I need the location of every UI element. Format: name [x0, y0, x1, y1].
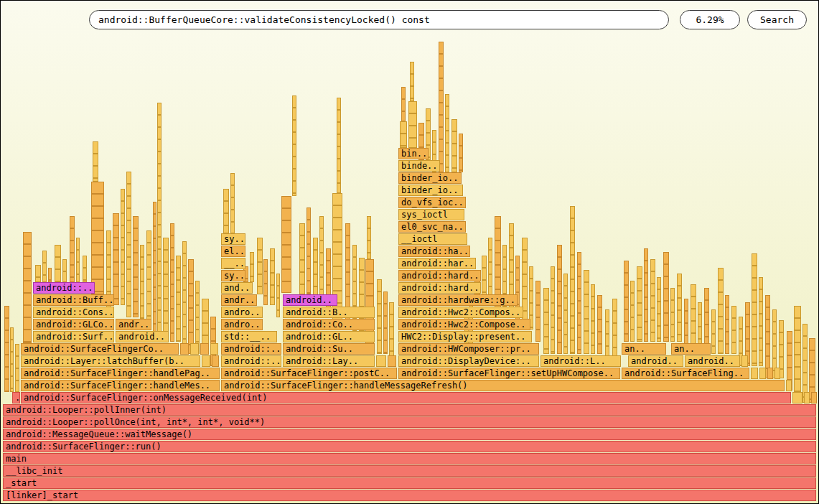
flame-spike[interactable] — [400, 121, 407, 148]
flame-spike[interactable] — [163, 238, 169, 342]
flame-frame-unlabeled[interactable] — [180, 343, 189, 355]
flame-spike[interactable] — [650, 259, 655, 342]
flame-spike[interactable] — [35, 265, 41, 282]
flame-spike[interactable] — [146, 230, 151, 330]
flame-spike[interactable] — [62, 259, 67, 282]
flame-frame[interactable]: android::Looper::pollInner(int) — [3, 404, 816, 416]
flame-frame[interactable]: sys_ioctl — [398, 209, 464, 220]
flame-frame-unlabeled[interactable] — [202, 355, 210, 367]
flame-spike[interactable] — [319, 216, 324, 305]
flame-spike[interactable] — [182, 241, 187, 354]
flame-spike[interactable] — [410, 62, 414, 101]
flame-frame[interactable]: an.. — [671, 343, 711, 355]
flame-spike[interactable] — [170, 223, 174, 342]
flame-spike[interactable] — [306, 207, 311, 294]
flame-spike[interactable] — [153, 202, 156, 342]
flame-frame[interactable]: android::ha.. — [398, 246, 470, 257]
flame-frame-unlabeled[interactable] — [804, 392, 810, 403]
flame-spike[interactable] — [451, 119, 457, 172]
flame-spike[interactable] — [551, 266, 555, 354]
flame-frame[interactable]: android::SurfaceFlinger::handlePag.. — [21, 368, 220, 379]
flame-frame-unlabeled[interactable] — [388, 355, 396, 367]
flame-frame[interactable]: android::GL.. — [283, 331, 375, 342]
flame-frame-unlabeled[interactable] — [212, 355, 219, 367]
flame-frame[interactable]: android::Hwc2::Compose.. — [398, 319, 530, 330]
flame-spike[interactable] — [731, 306, 736, 354]
flame-frame[interactable]: an.. — [622, 343, 666, 355]
flame-frame[interactable]: android::Looper::pollOnce(int, int*, int… — [3, 416, 816, 428]
flame-spike[interactable] — [718, 268, 724, 354]
flame-spike[interactable] — [765, 295, 770, 378]
flame-frame[interactable]: sy.. — [221, 270, 245, 281]
flame-frame[interactable]: android::L.. — [540, 355, 621, 367]
flame-frame[interactable]: android::SurfaceFlinger::handleMes.. — [21, 380, 220, 391]
flame-frame[interactable]: android::SurfaceFlinger::onMessageReceiv… — [21, 392, 791, 403]
flame-frame[interactable]: android::SurfaceFlinger::setUpHWCompose.… — [398, 368, 620, 379]
flame-spike[interactable] — [535, 281, 540, 342]
flame-frame-unlabeled[interactable] — [751, 368, 758, 379]
flame-frame[interactable]: binder_io.. — [398, 185, 463, 196]
flame-frame-unlabeled[interactable] — [774, 368, 780, 379]
flame-frame[interactable]: andr.. — [221, 294, 257, 306]
flame-spike[interactable] — [10, 327, 14, 392]
flame-spike[interactable] — [367, 216, 371, 259]
flame-spike[interactable] — [55, 245, 61, 282]
flame-frame[interactable]: [linker]_start — [3, 490, 816, 501]
flame-frame[interactable]: android::Surf.. — [33, 331, 114, 342]
flame-frame[interactable]: android.. — [685, 355, 740, 367]
flame-frame[interactable]: android::HWComposer::pr.. — [398, 343, 539, 355]
flame-spike[interactable] — [657, 277, 661, 342]
flame-spike[interactable] — [292, 95, 296, 196]
flame-frame[interactable]: android::har.. — [398, 258, 476, 269]
flame-frame-unlabeled[interactable] — [741, 355, 748, 367]
flame-frame[interactable]: android::SurfaceFlingerCo.. — [21, 343, 179, 355]
flame-spike[interactable] — [383, 291, 388, 354]
flame-spike[interactable] — [188, 259, 194, 354]
flame-spike[interactable] — [584, 270, 589, 354]
flame-spike[interactable] — [377, 279, 382, 354]
flame-spike[interactable] — [459, 134, 463, 172]
flame-spike[interactable] — [401, 87, 406, 121]
flame-frame[interactable]: HWC2::Display::present.. — [398, 331, 532, 342]
flame-frame[interactable]: android::.. — [221, 355, 281, 367]
flame-spike[interactable] — [677, 274, 682, 342]
flame-spike[interactable] — [577, 252, 581, 354]
flame-spike[interactable] — [250, 252, 254, 282]
flame-spike[interactable] — [281, 196, 291, 293]
flame-spike[interactable] — [140, 245, 144, 330]
flame-frame[interactable]: __ioctl — [398, 233, 467, 245]
flame-frame[interactable]: el.. — [221, 246, 245, 257]
flame-spike[interactable] — [113, 213, 119, 305]
flame-spike[interactable] — [725, 295, 729, 354]
flame-spike[interactable] — [23, 232, 32, 343]
flame-spike[interactable] — [126, 172, 131, 317]
flame-spike[interactable] — [76, 238, 80, 282]
flame-frame[interactable]: __.. — [221, 258, 245, 269]
flame-frame[interactable]: do_vfs_ioc.. — [398, 197, 466, 208]
flame-frame[interactable]: bin.. — [398, 148, 429, 159]
flame-spike[interactable] — [711, 309, 716, 354]
flame-frame-unlabeled[interactable] — [200, 343, 209, 355]
flame-spike[interactable] — [759, 277, 763, 366]
flame-spike[interactable] — [752, 253, 757, 366]
flame-frame[interactable]: android::Buff.. — [33, 294, 114, 306]
flame-spike[interactable] — [408, 101, 417, 148]
match-percent-button[interactable]: 6.29% — [680, 10, 740, 29]
flame-frame[interactable]: android::SurfaceFlinger::handleMessageRe… — [221, 380, 785, 391]
flame-spike[interactable] — [570, 206, 575, 354]
flame-spike[interactable] — [121, 189, 125, 305]
flame-spike[interactable] — [630, 281, 635, 342]
flame-spike[interactable] — [15, 344, 19, 392]
flame-frame[interactable]: android.. — [628, 355, 683, 367]
flame-frame-unlabeled[interactable] — [376, 355, 386, 367]
flame-frame[interactable]: android.. — [283, 294, 337, 306]
flame-frame[interactable]: android::SurfaceFlinger::postC.. — [221, 368, 397, 379]
flame-spike[interactable] — [802, 324, 808, 403]
flame-frame[interactable]: sy.. — [221, 233, 245, 245]
flame-spike[interactable] — [230, 173, 235, 233]
function-search-input[interactable] — [89, 10, 669, 29]
flame-spike[interactable] — [276, 274, 280, 317]
search-button[interactable]: Search — [747, 10, 807, 29]
flame-frame[interactable]: android::GLCo.. — [33, 319, 114, 330]
flame-frame[interactable]: el0_svc_na.. — [398, 221, 466, 233]
